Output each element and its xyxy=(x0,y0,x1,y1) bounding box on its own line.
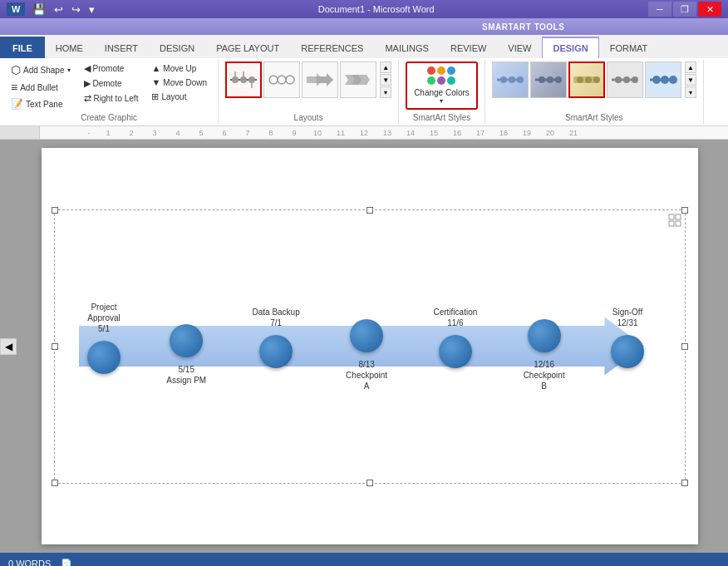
tab-review[interactable]: REVIEW xyxy=(440,37,497,58)
layout-item-2[interactable] xyxy=(263,62,300,98)
dot-orange xyxy=(437,66,445,75)
proofing-icon[interactable]: 📄 xyxy=(61,559,72,567)
svg-point-19 xyxy=(509,76,515,83)
handle-tr[interactable] xyxy=(681,207,688,214)
tab-design[interactable]: DESIGN xyxy=(149,37,205,58)
svg-point-3 xyxy=(248,76,255,83)
node-1: ProjectApproval5/1 x xyxy=(87,302,121,391)
smartart-styles-label: SmartArt Styles xyxy=(406,111,478,122)
left-arrow-button[interactable]: ◀ xyxy=(0,338,17,355)
right-to-left-button[interactable]: ⇄ Right to Left xyxy=(80,91,143,106)
change-colors-dropdown-icon: ▾ xyxy=(440,97,443,105)
add-bullet-button[interactable]: ≡ Add Bullet xyxy=(7,79,75,96)
close-button[interactable]: ✕ xyxy=(698,2,721,17)
create-graphic-group: ⬡ Add Shape ▾ ≡ Add Bullet 📝 Text Pane ◀… xyxy=(0,60,219,124)
node-2-circle[interactable] xyxy=(170,324,203,357)
layouts-scroll-more[interactable]: ▾ xyxy=(380,86,391,98)
timeline-wrapper: ProjectApproval5/1 x x 5/15Assign PM Dat… xyxy=(79,263,661,430)
node-5-label-top: Certification11/6 xyxy=(433,307,477,328)
left-panel-toggle: ◀ xyxy=(0,338,17,355)
create-graphic-mid: ◀ Promote ▶ Demote ⇄ Right to Left xyxy=(80,62,143,106)
title-bar: W 💾 ↩ ↪ ▾ Document1 - Microsoft Word ─ ❐… xyxy=(0,0,728,18)
smartart-resize-icon[interactable] xyxy=(668,214,681,229)
tab-smartart-design[interactable]: DESIGN xyxy=(542,37,598,58)
svg-point-18 xyxy=(500,76,507,83)
layouts-scroll-down[interactable]: ▼ xyxy=(380,74,391,86)
svg-point-20 xyxy=(517,76,524,83)
svg-point-31 xyxy=(623,76,630,83)
svg-point-36 xyxy=(669,76,677,84)
svg-point-35 xyxy=(661,76,669,84)
style-item-2[interactable] xyxy=(530,62,567,98)
node-5-circle[interactable] xyxy=(439,335,472,368)
tab-file[interactable]: FILE xyxy=(0,37,45,58)
minimize-button[interactable]: ─ xyxy=(648,2,671,17)
tab-format[interactable]: FORMAT xyxy=(599,37,659,58)
handle-br[interactable] xyxy=(681,480,688,486)
style-item-5[interactable] xyxy=(645,62,681,98)
demote-button[interactable]: ▶ Demote xyxy=(80,76,143,91)
node-6: x 12/16CheckpointB xyxy=(524,302,565,391)
redo-button[interactable]: ↪ xyxy=(69,2,83,17)
smartart-styles-scroll-up[interactable]: ▲ xyxy=(685,62,696,73)
handle-tl[interactable] xyxy=(52,207,58,214)
tab-page-layout[interactable]: PAGE LAYOUT xyxy=(205,37,290,58)
smartart-styles-gallery: ▲ ▼ ▾ xyxy=(492,62,696,98)
node-6-circle[interactable] xyxy=(528,319,561,352)
node-7-circle[interactable] xyxy=(611,335,644,368)
tab-mailings[interactable]: MAILINGS xyxy=(374,37,440,58)
smartart-tools-label: SMARTART TOOLS xyxy=(482,22,564,32)
handle-tm[interactable] xyxy=(366,207,373,214)
svg-point-22 xyxy=(539,76,545,83)
node-6-label-bottom: 12/16CheckpointB xyxy=(524,359,565,391)
style-item-3[interactable] xyxy=(568,62,605,98)
node-2: x 5/15Assign PM xyxy=(166,307,206,386)
move-up-button[interactable]: ▲ Move Up xyxy=(147,62,211,75)
layout-item-1[interactable] xyxy=(225,62,262,98)
layout-item-3[interactable] xyxy=(302,62,338,98)
timeline-nodes: ProjectApproval5/1 x x 5/15Assign PM Dat… xyxy=(87,302,644,391)
node-4: x 8/13CheckpointA xyxy=(346,302,387,391)
dot-green xyxy=(427,76,435,85)
node-1-circle[interactable] xyxy=(87,341,121,374)
node-5: Certification11/6 x xyxy=(433,307,477,386)
undo-button[interactable]: ↩ xyxy=(52,2,66,17)
layout-button[interactable]: ⊞ Layout xyxy=(147,90,211,104)
promote-button[interactable]: ◀ Promote xyxy=(80,62,143,76)
smartart-styles-scroll-more[interactable]: ▾ xyxy=(685,86,696,98)
tab-view[interactable]: VIEW xyxy=(497,37,542,58)
smartart-styles-scroll-down[interactable]: ▼ xyxy=(685,74,696,86)
node-4-circle[interactable] xyxy=(350,319,383,352)
style-item-4[interactable] xyxy=(607,62,643,98)
tab-home[interactable]: HOME xyxy=(45,37,94,58)
create-graphic-label: Create Graphic xyxy=(7,111,211,122)
node-3-circle[interactable] xyxy=(259,335,293,368)
smartart-container[interactable]: ProjectApproval5/1 x x 5/15Assign PM Dat… xyxy=(54,209,686,484)
change-colors-button[interactable]: Change Colors ▾ xyxy=(406,62,478,110)
save-button[interactable]: 💾 xyxy=(30,2,48,17)
ribbon-content: ⬡ Add Shape ▾ ≡ Add Bullet 📝 Text Pane ◀… xyxy=(0,58,728,126)
document-area: ◀ ProjectApproval5/1 xyxy=(0,140,728,553)
handle-bl[interactable] xyxy=(52,480,58,486)
move-down-button[interactable]: ▼ Move Down xyxy=(147,76,211,89)
layouts-scroll-up[interactable]: ▲ xyxy=(380,62,391,73)
layout-item-4[interactable] xyxy=(340,62,376,98)
text-pane-button[interactable]: 📝 Text Pane xyxy=(7,96,75,111)
customize-qat-button[interactable]: ▾ xyxy=(86,2,97,17)
layouts-scroll: ▲ ▼ ▾ xyxy=(380,62,391,98)
handle-ml[interactable] xyxy=(52,343,58,350)
handle-bm[interactable] xyxy=(366,480,373,486)
create-graphic-left: ⬡ Add Shape ▾ ≡ Add Bullet 📝 Text Pane xyxy=(7,62,75,111)
window-controls: ─ ❐ ✕ xyxy=(648,2,721,17)
node-2-label-bottom: 5/15Assign PM xyxy=(166,364,206,386)
dot-purple xyxy=(437,76,445,85)
tab-references[interactable]: REFERENCES xyxy=(290,37,374,58)
tab-insert[interactable]: INSERT xyxy=(94,37,149,58)
layouts-row: ▲ ▼ ▾ xyxy=(225,62,391,98)
handle-mr[interactable] xyxy=(681,343,688,350)
app-icon: W xyxy=(7,2,25,16)
svg-point-1 xyxy=(232,76,239,83)
add-shape-button[interactable]: ⬡ Add Shape ▾ xyxy=(7,62,75,78)
style-item-1[interactable] xyxy=(492,62,529,98)
restore-button[interactable]: ❐ xyxy=(673,2,696,17)
